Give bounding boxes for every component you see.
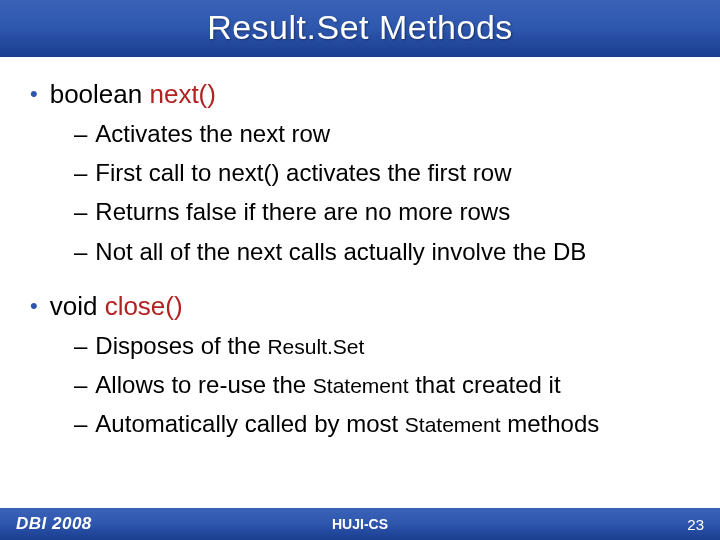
bullet-prefix: void [50, 291, 105, 321]
method-name-close: close() [105, 291, 183, 321]
bullet-prefix: boolean [50, 79, 150, 109]
dash-icon: – [74, 371, 87, 399]
sub-bullet: –Automatically called by most Statement … [74, 408, 700, 439]
footer-center: HUJI-CS [332, 516, 388, 532]
sub-bullet: –Allows to re-use the Statement that cre… [74, 369, 700, 400]
slide-content: • boolean next() –Activates the next row… [0, 57, 720, 508]
slide: Result.Set Methods • boolean next() –Act… [0, 0, 720, 540]
footer-left: DBI 2008 [16, 514, 92, 534]
footer-page-number: 23 [687, 516, 704, 533]
sub-text: Returns false if there are no more rows [95, 196, 700, 227]
sub-bullet: –Not all of the next calls actually invo… [74, 236, 700, 267]
sub-bullet: –Disposes of the Result.Set [74, 330, 700, 361]
sub-text: Not all of the next calls actually invol… [95, 236, 700, 267]
sub-bullet: –Returns false if there are no more rows [74, 196, 700, 227]
sub-text: Allows to re-use the Statement that crea… [95, 369, 700, 400]
dash-icon: – [74, 120, 87, 148]
sub-text: Disposes of the Result.Set [95, 330, 700, 361]
slide-title: Result.Set Methods [0, 0, 720, 57]
dash-icon: – [74, 238, 87, 266]
bullet-icon: • [30, 83, 38, 105]
dash-icon: – [74, 198, 87, 226]
dash-icon: – [74, 332, 87, 360]
dash-icon: – [74, 410, 87, 438]
sub-text: Automatically called by most Statement m… [95, 408, 700, 439]
sub-text: First call to next() activates the first… [95, 157, 700, 188]
sub-bullet: –Activates the next row [74, 118, 700, 149]
sub-text: Activates the next row [95, 118, 700, 149]
slide-footer: DBI 2008 HUJI-CS 23 [0, 508, 720, 540]
bullet-next: • boolean next() [30, 79, 700, 110]
dash-icon: – [74, 159, 87, 187]
sub-bullet: –First call to next() activates the firs… [74, 157, 700, 188]
method-name-next: next() [149, 79, 215, 109]
bullet-icon: • [30, 295, 38, 317]
bullet-close: • void close() [30, 291, 700, 322]
